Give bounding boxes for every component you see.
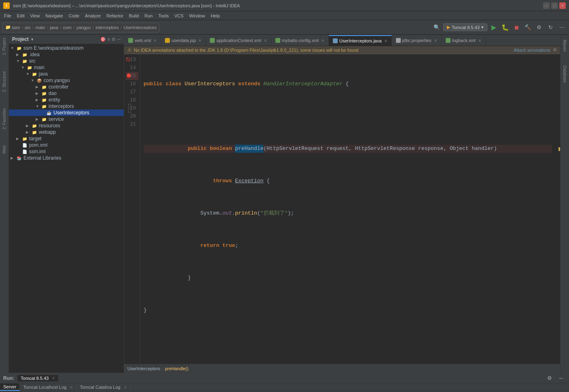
- menu-window[interactable]: Window: [187, 13, 207, 19]
- run-settings-button[interactable]: ⚙: [545, 373, 554, 383]
- breadcrumb-com[interactable]: com: [63, 25, 72, 30]
- tab-appcontext[interactable]: applicationContext.xml ✕: [206, 35, 271, 46]
- breadcrumb-ssm[interactable]: 📁: [5, 25, 11, 30]
- tab-close-appcontext[interactable]: ✕: [264, 38, 267, 43]
- minimize-tree-icon[interactable]: ─: [117, 37, 121, 42]
- tree-item-pomxml[interactable]: 📄 pom.xml: [9, 142, 124, 148]
- attach-annotations-button[interactable]: Attach annotations: [514, 48, 550, 53]
- minimize-button[interactable]: ─: [543, 2, 550, 9]
- editor-scrollbar[interactable]: [555, 54, 560, 364]
- tree-item-interceptors[interactable]: ▼ 📁 interceptors: [9, 103, 124, 110]
- tree-item-service[interactable]: ▶ 📁 service: [9, 116, 124, 122]
- menu-edit[interactable]: Edit: [15, 13, 27, 19]
- maximize-button[interactable]: □: [551, 2, 558, 9]
- close-button[interactable]: ✕: [559, 2, 566, 9]
- arrow-icon: ▶: [26, 124, 30, 128]
- arrow-icon: [16, 143, 20, 147]
- arrow-icon: [40, 111, 44, 115]
- menu-code[interactable]: Code: [66, 13, 82, 19]
- tab-mybatis[interactable]: mybatis-config.xml ✕: [271, 35, 329, 46]
- breadcrumb-src[interactable]: src: [25, 25, 31, 30]
- debug-button[interactable]: 🐛: [500, 23, 510, 32]
- tab-close-webxml[interactable]: ✕: [153, 38, 157, 43]
- code-content[interactable]: public class UserInterceptors extends Ha…: [140, 54, 555, 364]
- breadcrumb-java[interactable]: java: [50, 25, 58, 30]
- menu-view[interactable]: View: [28, 13, 42, 19]
- editor-tabs: web.xml ✕ userdata.jsp ✕ applicationCont…: [124, 35, 560, 46]
- maven-label[interactable]: Maven: [563, 40, 567, 52]
- tree-item-resources[interactable]: ▶ 📁 resources: [9, 122, 124, 129]
- tab-close-userinterceptors[interactable]: ✕: [384, 39, 387, 43]
- arrow-icon: ▼: [21, 65, 25, 70]
- menu-vcs[interactable]: VCS: [172, 13, 186, 19]
- menu-refactor[interactable]: Refactor: [104, 13, 126, 19]
- favorites-panel-label[interactable]: 2: Favorites: [2, 108, 6, 129]
- breadcrumb-yangyu[interactable]: yangyu: [76, 25, 91, 30]
- toolbar: 📁 ssm › src › main › java › com › yangyu…: [0, 20, 569, 35]
- tree-item-dao[interactable]: ▶ 📁 dao: [9, 90, 124, 97]
- web-panel-label[interactable]: Web: [2, 145, 6, 154]
- breadcrumb-userinterceptors[interactable]: UserInterceptors: [124, 25, 157, 30]
- search-button[interactable]: 🔍: [432, 23, 442, 32]
- tree-item-external-libraries[interactable]: ▶ 📚 External Libraries: [9, 155, 124, 161]
- tab-logback[interactable]: logback.xml ✕: [442, 35, 486, 46]
- tree-item-comyangyu[interactable]: ▼ 📦 com.yangyu: [9, 77, 124, 84]
- localhost-log-close[interactable]: ✕: [70, 385, 73, 390]
- tab-jdbc[interactable]: jdbc.properties ✕: [392, 35, 442, 46]
- tree-item-java[interactable]: ▼ 📁 java: [9, 71, 124, 77]
- tree-item-ssmiml[interactable]: 📄 ssm.iml: [9, 148, 124, 155]
- arrow-icon: ▶: [36, 91, 40, 95]
- tree-item-webapp[interactable]: ▶ 📁 webapp: [9, 129, 124, 135]
- menu-analyze[interactable]: Analyze: [82, 13, 103, 19]
- tab-close-logback[interactable]: ✕: [478, 38, 481, 43]
- catalina-log-close[interactable]: ✕: [124, 385, 127, 390]
- tab-close-jdbc[interactable]: ✕: [434, 38, 437, 43]
- run-tab-server[interactable]: Server: [0, 384, 20, 391]
- tree-item-root[interactable]: ▼ 📁 ssm E:\workspace\idea\ssm: [9, 45, 124, 51]
- stop-button[interactable]: ⏹: [512, 23, 521, 32]
- tree-item-idea[interactable]: ▶ 📁 .idea: [9, 51, 124, 58]
- tree-item-target[interactable]: ▶ 📁 target: [9, 135, 124, 142]
- database-label[interactable]: Database: [563, 65, 567, 83]
- locate-icon[interactable]: 🎯: [100, 37, 106, 42]
- tree-item-src[interactable]: ▼ 📁 src: [9, 58, 124, 64]
- tree-item-userinterceptors[interactable]: ☕ UserInterceptors: [9, 110, 124, 116]
- tab-webxml[interactable]: web.xml ✕: [124, 35, 161, 46]
- run-server-tab[interactable]: Tomcat 8.5.43 ✕: [17, 375, 59, 381]
- run-tab-catalina-log[interactable]: Tomcat Catalina Log ✕: [76, 384, 130, 391]
- settings-tree-icon[interactable]: ⚙: [112, 37, 116, 42]
- breadcrumb-ssm-label[interactable]: ssm: [12, 25, 20, 30]
- menu-navigate[interactable]: Navigate: [43, 13, 65, 19]
- menu-help[interactable]: Help: [208, 13, 222, 19]
- window-controls[interactable]: ─ □ ✕: [543, 2, 566, 9]
- breadcrumb-main[interactable]: main: [36, 25, 45, 30]
- arrow-icon: ▼: [36, 104, 40, 108]
- menu-build[interactable]: Build: [127, 13, 141, 19]
- run-tab-localhost-log[interactable]: Tomcat Localhost Log ✕: [20, 384, 76, 391]
- menu-tools[interactable]: Tools: [156, 13, 171, 19]
- project-panel-label[interactable]: 1: Project: [2, 38, 6, 55]
- more-button[interactable]: ⋯: [557, 23, 567, 32]
- code-line-16: throws Exception {: [144, 177, 552, 185]
- update-button[interactable]: ↻: [546, 23, 555, 32]
- scroll-from-icon[interactable]: ≡: [108, 37, 110, 42]
- settings-toolbar-button[interactable]: ⚙: [534, 23, 544, 32]
- run-button[interactable]: ▶: [489, 23, 499, 32]
- run-minimize-button[interactable]: ─: [556, 373, 566, 383]
- run-server-close[interactable]: ✕: [52, 376, 55, 380]
- tab-userinterceptors[interactable]: UserInterceptors.java ✕: [329, 35, 392, 46]
- line-num-21: 21: [126, 120, 138, 129]
- menu-run[interactable]: Run: [142, 13, 155, 19]
- tree-item-main[interactable]: ▼ 📁 main: [9, 64, 124, 71]
- breadcrumb-interceptors[interactable]: interceptors: [95, 25, 118, 30]
- tree-item-entity[interactable]: ▶ 📁 entity: [9, 97, 124, 103]
- menu-file[interactable]: File: [2, 13, 14, 19]
- warning-settings-icon[interactable]: ⚙: [553, 47, 557, 53]
- tree-item-controller[interactable]: ▶ 📁 controller: [9, 84, 124, 90]
- structure-panel-label[interactable]: 2: Structure: [2, 71, 6, 92]
- tab-userdata[interactable]: userdata.jsp ✕: [161, 35, 206, 46]
- tab-close-userdata[interactable]: ✕: [198, 38, 201, 43]
- build-button[interactable]: 🔨: [523, 23, 533, 32]
- tab-close-mybatis[interactable]: ✕: [321, 38, 324, 43]
- tomcat-selector[interactable]: ▶ Tomcat 8.5.43 ▾: [443, 23, 487, 31]
